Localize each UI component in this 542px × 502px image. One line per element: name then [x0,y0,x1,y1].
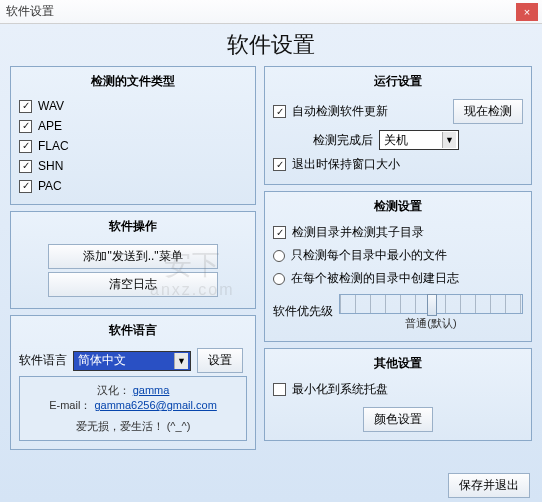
credit-name-link[interactable]: gamma [133,384,170,396]
set-language-button[interactable]: 设置 [197,348,243,373]
pac-checkbox[interactable] [19,180,32,193]
add-sendto-button[interactable]: 添加"发送到.."菜单 [48,244,218,269]
auto-update-checkbox[interactable] [273,105,286,118]
window-title: 软件设置 [6,3,54,20]
shn-label: SHN [38,159,63,173]
credits-box: 汉化： gamma E-mail： gamma6256@gmail.com 爱无… [19,376,247,441]
create-log-label: 在每个被检测的目录中创建日志 [291,270,459,287]
priority-slider[interactable] [339,294,523,314]
tray-checkbox[interactable] [273,383,286,396]
operations-title: 软件操作 [19,216,247,241]
ape-label: APE [38,119,62,133]
close-button[interactable]: × [516,3,538,21]
save-exit-button[interactable]: 保存并退出 [448,473,530,498]
auto-update-label: 自动检测软件更新 [292,103,388,120]
chevron-down-icon: ▼ [442,132,456,148]
group-detect: 检测设置 检测目录并检测其子目录 只检测每个目录中最小的文件 在每个被检测的目录… [264,191,532,342]
wav-checkbox[interactable] [19,100,32,113]
keep-size-label: 退出时保持窗口大小 [292,156,400,173]
page-title: 软件设置 [10,26,532,66]
language-label: 软件语言 [19,352,67,369]
slogan: 爱无损，爱生活！ (^_^) [28,419,238,434]
after-done-value: 关机 [384,132,408,149]
language-value: 简体中文 [78,352,126,369]
tray-label: 最小化到系统托盘 [292,381,388,398]
detect-title: 检测设置 [273,196,523,221]
subdirs-label: 检测目录并检测其子目录 [292,224,424,241]
group-language: 软件语言 软件语言 简体中文 ▼ 设置 汉化： gamma E-mail： [10,315,256,450]
language-title: 软件语言 [19,320,247,345]
chevron-down-icon: ▼ [174,353,188,369]
language-select[interactable]: 简体中文 ▼ [73,351,191,371]
slider-thumb[interactable] [427,294,437,316]
ape-checkbox[interactable] [19,120,32,133]
color-settings-button[interactable]: 颜色设置 [363,407,433,432]
flac-checkbox[interactable] [19,140,32,153]
wav-label: WAV [38,99,64,113]
group-run: 运行设置 自动检测软件更新 现在检测 检测完成后 关机 ▼ 退出时保持窗 [264,66,532,185]
only-min-radio[interactable] [273,250,285,262]
other-title: 其他设置 [273,353,523,378]
subdirs-checkbox[interactable] [273,226,286,239]
flac-label: FLAC [38,139,69,153]
priority-caption: 普通(默认) [339,316,523,331]
credit-label: 汉化： [97,384,130,396]
check-now-button[interactable]: 现在检测 [453,99,523,124]
run-title: 运行设置 [273,71,523,96]
group-file-types: 检测的文件类型 WAV APE FLAC SHN PAC [10,66,256,205]
group-other: 其他设置 最小化到系统托盘 颜色设置 [264,348,532,441]
clear-log-button[interactable]: 清空日志 [48,272,218,297]
email-link[interactable]: gamma6256@gmail.com [94,399,216,411]
group-operations: 软件操作 添加"发送到.."菜单 清空日志 [10,211,256,309]
create-log-radio[interactable] [273,273,285,285]
email-label: E-mail： [49,399,91,411]
after-done-select[interactable]: 关机 ▼ [379,130,459,150]
file-types-title: 检测的文件类型 [19,71,247,96]
after-done-label: 检测完成后 [313,132,373,149]
only-min-label: 只检测每个目录中最小的文件 [291,247,447,264]
keep-size-checkbox[interactable] [273,158,286,171]
shn-checkbox[interactable] [19,160,32,173]
pac-label: PAC [38,179,62,193]
priority-label: 软件优先级 [273,303,333,320]
